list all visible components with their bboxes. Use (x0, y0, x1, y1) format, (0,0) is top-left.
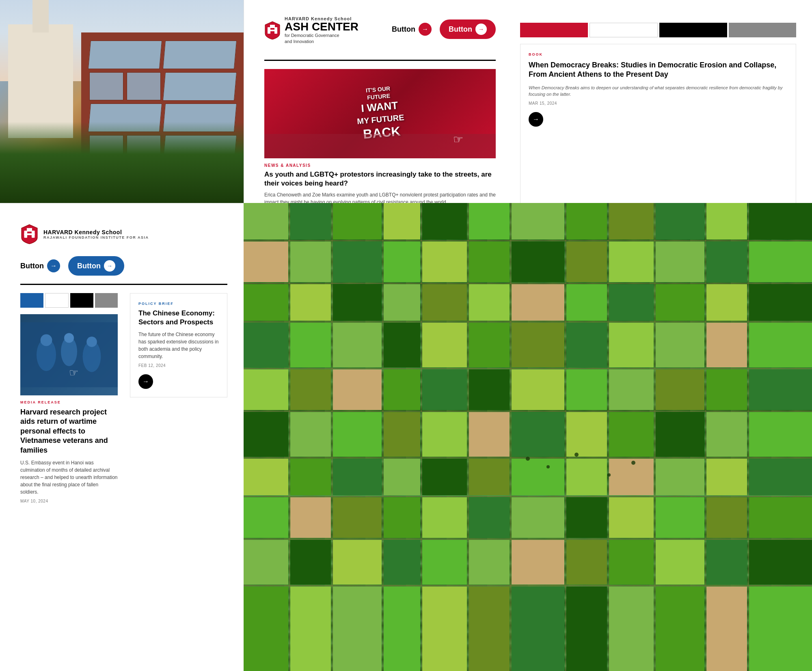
svg-rect-128 (469, 587, 510, 671)
svg-rect-101 (333, 497, 382, 538)
rajawali-hks-label: HARVARD Kennedy School (43, 229, 149, 235)
ash-filled-button-label: Button (449, 25, 472, 34)
ash-outline-arrow-icon: → (419, 23, 432, 36)
svg-point-158 (607, 473, 611, 477)
rajawali-shield-icon (20, 224, 39, 245)
svg-rect-44 (469, 284, 510, 321)
ash-sub-line2: and Innovation (285, 39, 358, 45)
svg-rect-125 (333, 587, 382, 671)
svg-rect-57 (512, 323, 564, 367)
rajawali-filled-button[interactable]: Button → (68, 256, 124, 276)
rajawali-content-grid: ☞ MEDIA RELEASE Harvard research project… (20, 293, 227, 655)
svg-rect-71 (609, 369, 654, 410)
harvard-shield-icon (264, 21, 281, 40)
svg-rect-87 (244, 459, 288, 495)
svg-rect-63 (244, 369, 288, 410)
svg-rect-120 (656, 540, 704, 585)
swatch-blue (20, 293, 43, 308)
svg-rect-118 (566, 540, 607, 585)
svg-rect-55 (422, 323, 467, 367)
svg-rect-20 (469, 203, 510, 239)
vietnam-article-desc: U.S. Embassy event in Hanoi was culminat… (20, 459, 118, 496)
svg-rect-46 (566, 284, 607, 321)
svg-rect-93 (512, 459, 564, 495)
book-label: BOOK (529, 52, 788, 56)
svg-rect-133 (706, 587, 747, 671)
policy-arrow-button[interactable]: → (138, 374, 153, 389)
svg-rect-35 (609, 242, 654, 282)
swatch-white (590, 23, 658, 37)
swatch-white (45, 293, 69, 308)
svg-rect-134 (749, 587, 812, 671)
svg-rect-98 (749, 459, 812, 495)
protest-article-image[interactable]: IT'S OUR FUTURE I WANT MY FUTURE BACK ☞ (264, 69, 496, 158)
svg-rect-116 (469, 540, 510, 585)
svg-point-159 (631, 461, 635, 465)
svg-rect-85 (706, 412, 747, 457)
svg-rect-56 (469, 323, 510, 367)
svg-rect-121 (706, 540, 747, 585)
svg-rect-88 (290, 459, 331, 495)
svg-rect-83 (609, 412, 654, 457)
svg-rect-105 (512, 497, 564, 538)
policy-card: POLICY BRIEF The Chinese Economy: Sector… (130, 293, 227, 397)
svg-rect-41 (333, 284, 382, 321)
vietnam-article-image[interactable]: ☞ (20, 314, 118, 395)
swatch-black (70, 293, 93, 308)
svg-rect-100 (290, 497, 331, 538)
svg-rect-91 (422, 459, 467, 495)
svg-rect-111 (244, 540, 288, 585)
svg-rect-76 (290, 412, 331, 457)
rajawali-logo-text: HARVARD Kennedy School RAJAWALI FOUNDATI… (43, 229, 149, 239)
svg-rect-73 (706, 369, 747, 410)
svg-rect-112 (290, 540, 331, 585)
ash-center-logo: HARVARD Kennedy School ASH CENTER for De… (264, 16, 358, 45)
rajawali-sub-label: RAJAWALI FOUNDATION INSTITUTE FOR ASIA (43, 235, 149, 239)
ash-filled-button[interactable]: Button → (440, 19, 496, 39)
svg-rect-53 (333, 323, 382, 367)
article-title[interactable]: As youth and LGBTQ+ protestors increasin… (264, 170, 496, 188)
svg-point-12 (41, 334, 52, 346)
svg-rect-28 (290, 242, 331, 282)
svg-rect-33 (512, 242, 564, 282)
svg-point-157 (574, 453, 579, 457)
svg-rect-61 (706, 323, 747, 367)
policy-title[interactable]: The Chinese Economy: Sectors and Prospec… (138, 309, 219, 327)
policy-label: POLICY BRIEF (138, 302, 219, 306)
vietnam-article-title[interactable]: Harvard research project aids return of … (20, 408, 118, 455)
book-arrow-button[interactable]: → (529, 112, 543, 127)
svg-rect-117 (512, 540, 564, 585)
book-desc: When Democracy Breaks aims to deepen our… (529, 84, 788, 98)
rajawali-outline-button[interactable]: Button → (20, 259, 60, 272)
svg-rect-78 (384, 412, 420, 457)
farm-background (244, 203, 812, 671)
ash-color-swatches (520, 23, 796, 37)
svg-rect-45 (512, 284, 564, 321)
svg-rect-110 (749, 497, 812, 538)
book-card: BOOK When Democracy Breaks: Studies in D… (520, 44, 796, 214)
svg-rect-79 (422, 412, 467, 457)
svg-rect-70 (566, 369, 607, 410)
svg-rect-29 (333, 242, 382, 282)
svg-rect-108 (656, 497, 704, 538)
svg-rect-42 (384, 284, 420, 321)
book-title[interactable]: When Democracy Breaks: Studies in Democr… (529, 60, 788, 80)
svg-rect-39 (244, 284, 288, 321)
svg-rect-7 (27, 228, 32, 232)
vietnam-people-illustration (20, 314, 118, 395)
ash-center-right: BOOK When Democracy Breaks: Studies in D… (512, 0, 812, 230)
svg-rect-23 (609, 203, 654, 239)
svg-rect-31 (422, 242, 467, 282)
svg-rect-119 (609, 540, 654, 585)
vietnam-category: MEDIA RELEASE (20, 400, 118, 404)
book-desc-italic: When Democracy Breaks (529, 85, 579, 90)
ash-sub-line1: for Democratic Governance (285, 32, 358, 39)
harvard-building-photo (0, 0, 244, 203)
svg-rect-126 (384, 587, 420, 671)
svg-rect-49 (706, 284, 747, 321)
svg-rect-60 (656, 323, 704, 367)
ash-outline-button[interactable]: Button → (392, 23, 432, 36)
svg-rect-21 (512, 203, 564, 239)
svg-rect-69 (512, 369, 564, 410)
svg-rect-59 (609, 323, 654, 367)
